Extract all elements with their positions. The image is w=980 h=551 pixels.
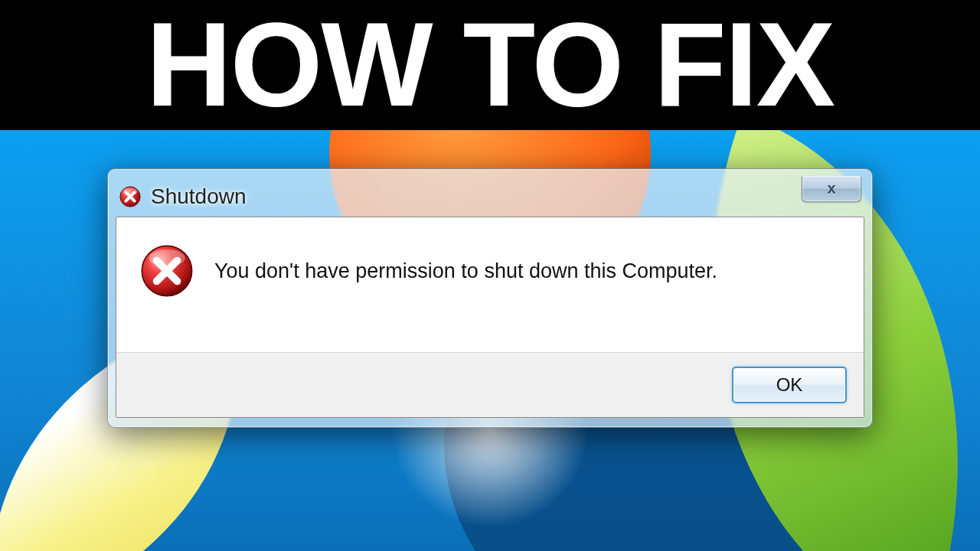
ok-button[interactable]: OK <box>732 367 847 403</box>
error-icon <box>119 185 142 208</box>
thumbnail-banner: HOW TO FIX <box>0 0 980 130</box>
close-button[interactable]: x <box>802 176 861 202</box>
dialog-message-area: You don't have permission to shut down t… <box>116 217 864 352</box>
desktop-wallpaper: Shutdown x <box>0 130 980 551</box>
dialog-client-area: You don't have permission to shut down t… <box>116 217 864 418</box>
dialog-message: You don't have permission to shut down t… <box>214 259 717 283</box>
dialog-button-row: OK <box>116 352 864 417</box>
dialog-title: Shutdown <box>151 184 247 209</box>
error-icon <box>139 243 194 298</box>
dialog-titlebar[interactable]: Shutdown x <box>116 177 864 217</box>
close-icon: x <box>827 180 835 197</box>
error-dialog: Shutdown x <box>107 168 873 428</box>
